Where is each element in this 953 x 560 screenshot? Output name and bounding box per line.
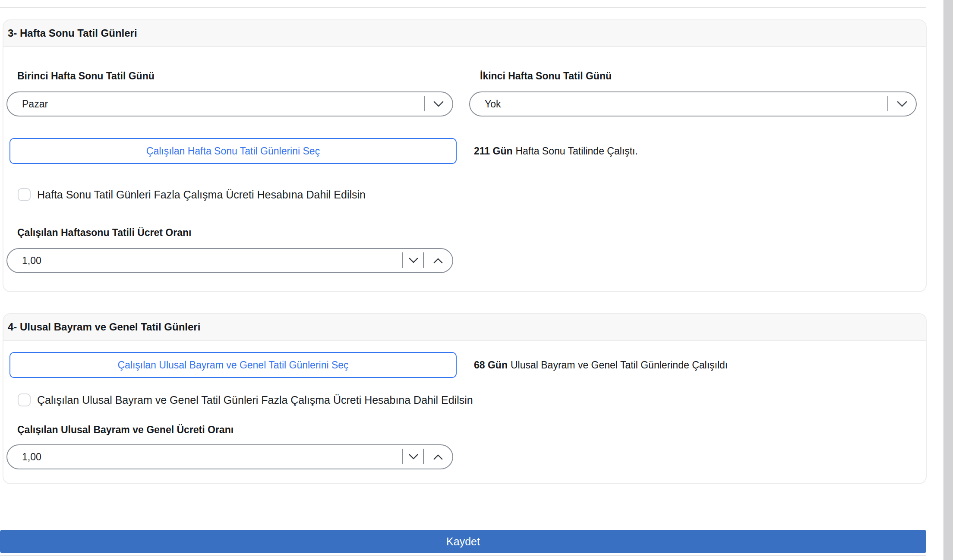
national-overtime-include-checkbox[interactable] [18,393,31,406]
national-rate-label: Çalışılan Ulusal Bayram ve Genel Ücreti … [17,424,234,436]
page-bottom-divider [0,555,926,556]
stat-description: Hafta Sonu Tatilinde Çalıştı. [515,145,637,157]
weekend-rate-input[interactable] [22,249,376,272]
select-worked-national-holidays-button[interactable]: Çalışılan Ulusal Bayram ve Genel Tatil G… [9,352,457,378]
national-holidays-section: 4- Ulusal Bayram ve Genel Tatil Günleri … [3,313,927,484]
payroll-settings-page: 3- Hafta Sonu Tatil Günleri Birinci Haft… [0,0,953,560]
weekend-worked-days-stat: 211 Gün Hafta Sonu Tatilinde Çalıştı. [474,138,638,164]
save-button-label: Kaydet [446,535,480,548]
stepper-decrease-button[interactable] [403,445,424,469]
national-worked-days-stat: 68 Gün Ulusal Bayram ve Genel Tatil Günl… [474,352,728,378]
stat-days-count: 68 Gün [474,359,508,371]
previous-section-divider [0,7,926,8]
chevron-down-icon [409,454,418,460]
stepper-increase-button[interactable] [424,445,452,469]
vertical-scrollbar[interactable] [944,0,953,560]
stepper-decrease-button[interactable] [403,249,424,272]
chevron-up-icon [433,454,443,460]
button-label: Çalışılan Ulusal Bayram ve Genel Tatil G… [117,359,348,371]
weekend-holidays-section: 3- Hafta Sonu Tatil Günleri Birinci Haft… [3,19,927,292]
chevron-down-icon [425,92,452,116]
chevron-up-icon [433,258,443,264]
weekend-overtime-include-row: Hafta Sonu Tatil Günleri Fazla Çalışma Ü… [18,188,366,201]
weekend-rate-label: Çalışılan Haftasonu Tatili Ücret Oranı [17,227,191,239]
save-button[interactable]: Kaydet [0,530,926,553]
second-weekend-day-select-value: Yok [470,98,501,110]
section-title: 4- Ulusal Bayram ve Genel Tatil Günleri [8,321,200,333]
national-overtime-include-label: Çalışılan Ulusal Bayram ve Genel Tatil G… [37,394,473,406]
button-label: Çalışılan Hafta Sonu Tatil Günlerini Seç [146,145,320,157]
stat-description: Ulusal Bayram ve Genel Tatil Günlerinde … [511,359,728,371]
weekend-rate-input-group [6,248,453,273]
national-holidays-section-header: 4- Ulusal Bayram ve Genel Tatil Günleri [3,314,926,341]
first-weekend-day-select-value: Pazar [7,98,48,110]
national-overtime-include-row: Çalışılan Ulusal Bayram ve Genel Tatil G… [18,393,473,406]
second-weekend-day-label: İkinci Hafta Sonu Tatil Günü [480,70,612,82]
first-weekend-day-select[interactable]: Pazar [6,91,453,116]
national-rate-input-group [6,444,453,469]
section-title: 3- Hafta Sonu Tatil Günleri [8,27,137,39]
stepper-increase-button[interactable] [424,249,452,272]
first-weekend-day-label: Birinci Hafta Sonu Tatil Günü [17,70,155,82]
select-worked-weekend-days-button[interactable]: Çalışılan Hafta Sonu Tatil Günlerini Seç [9,138,457,164]
weekend-overtime-include-label: Hafta Sonu Tatil Günleri Fazla Çalışma Ü… [37,189,366,201]
chevron-down-icon [409,258,418,264]
weekend-holidays-section-header: 3- Hafta Sonu Tatil Günleri [3,20,926,47]
second-weekend-day-select[interactable]: Yok [469,91,917,116]
stat-days-count: 211 Gün [474,145,512,157]
chevron-down-icon [888,92,916,116]
national-rate-input[interactable] [22,445,376,469]
weekend-overtime-include-checkbox[interactable] [18,188,31,201]
